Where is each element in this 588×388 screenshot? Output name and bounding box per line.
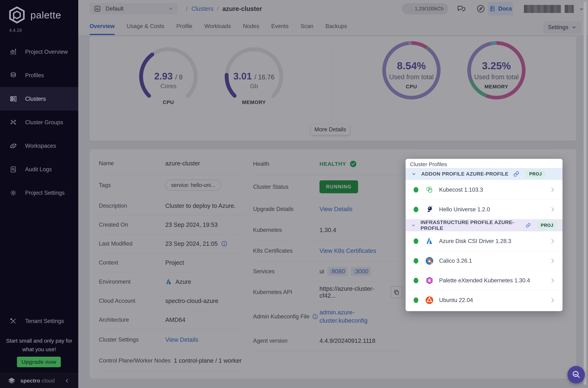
sidebar-item-project-overview[interactable]: Project Overview	[0, 40, 78, 64]
brand-light: cloud	[42, 378, 55, 384]
sidebar-item-label: Project Overview	[25, 49, 68, 55]
spectro-cloud-logo-icon	[7, 377, 16, 385]
sidebar-item-cluster-groups[interactable]: Cluster Groups	[0, 111, 78, 134]
sidebar-item-label: Tenant Settings	[25, 318, 64, 324]
ubuntu-icon	[425, 296, 434, 304]
audit-doc-icon	[9, 166, 17, 173]
chevron-right-icon	[549, 277, 556, 284]
sidebar-item-label: Workspaces	[25, 143, 56, 149]
chevron-down-icon	[411, 223, 416, 228]
spectro-cloud-brand: spectro cloud	[20, 378, 55, 384]
profile-item-name: Ubuntu 22.04	[439, 297, 473, 303]
status-dot	[414, 278, 418, 283]
azure-icon	[425, 237, 434, 245]
sidebar-footer: spectro cloud	[0, 373, 78, 388]
chevron-right-icon	[549, 206, 556, 213]
sidebar-item-workspaces[interactable]: Workspaces	[0, 134, 78, 158]
orbit-icon	[9, 142, 17, 150]
link-icon[interactable]	[525, 222, 531, 228]
sidebar-item-clusters[interactable]: Clusters	[0, 87, 78, 111]
upgrade-promo-text: Start small and only pay for what you us…	[4, 337, 75, 354]
section-header-label: INFRASTRUCTURE PROFILE AZURE-PROFILE	[421, 219, 521, 231]
profile-item-name: Kubecost 1.103.3	[439, 187, 483, 193]
status-dot	[414, 258, 418, 264]
collapse-sidebar-icon[interactable]	[64, 378, 70, 384]
popover-title: Cluster Profiles	[406, 159, 563, 168]
profile-item-azure-disk-csi[interactable]: Azure Disk CSI Driver 1.28.3	[406, 231, 563, 251]
sidebar-item-label: Project Settings	[25, 190, 65, 196]
chevron-down-icon	[411, 171, 416, 177]
scope-badge: PROJ	[537, 221, 557, 229]
palette-logo-icon	[8, 6, 26, 24]
infrastructure-profile-section-header[interactable]: INFRASTRUCTURE PROFILE AZURE-PROFILE PRO…	[406, 219, 563, 231]
help-search-fab[interactable]	[567, 366, 585, 384]
sidebar-item-label: Clusters	[25, 96, 46, 102]
status-dot	[414, 239, 418, 244]
chevron-right-icon	[549, 238, 556, 245]
sidebar-tenant-settings-wrap: Tenant Settings	[0, 309, 78, 333]
hello-universe-icon	[425, 205, 434, 214]
server-icon	[9, 95, 17, 103]
palette-logo: palette	[8, 6, 61, 24]
bar-chart-icon	[9, 48, 17, 56]
profile-item-palette-extended-kubernetes[interactable]: Palette eXtended Kubernetes 1.30.4	[406, 271, 563, 290]
sidebar-item-label: Profiles	[25, 72, 44, 79]
sidebar-item-label: Audit Logs	[25, 166, 52, 173]
status-dot	[414, 297, 418, 303]
chevron-right-icon	[549, 186, 556, 193]
chevron-right-icon	[549, 257, 556, 264]
section-header-label: ADDON PROFILE AZURE-PROFILE	[421, 171, 508, 177]
scope-badge: PROJ	[525, 170, 545, 178]
sidebar: palette 4.4.19 Project Overview Profiles…	[0, 0, 78, 388]
status-dot	[414, 207, 418, 212]
sidebar-item-audit-logs[interactable]: Audit Logs	[0, 158, 78, 181]
sidebar-menu: Project Overview Profiles Clusters Clust…	[0, 40, 78, 205]
profile-item-calico[interactable]: Calico 3.26.1	[406, 251, 563, 271]
profile-item-name: Palette eXtended Kubernetes 1.30.4	[439, 277, 530, 284]
layers-icon	[9, 72, 17, 79]
status-dot	[414, 187, 418, 193]
vertical-scrollbar[interactable]	[584, 1, 586, 385]
gear-icon	[9, 189, 17, 197]
cluster-profiles-popover: Cluster Profiles ADDON PROFILE AZURE-PRO…	[406, 159, 563, 311]
pxk-icon	[425, 276, 434, 285]
brand-bold: spectro	[20, 378, 40, 384]
link-icon[interactable]	[513, 171, 519, 177]
sidebar-item-tenant-settings[interactable]: Tenant Settings	[0, 309, 78, 333]
search-smile-icon	[571, 369, 581, 380]
profile-item-name: Azure Disk CSI Driver 1.28.3	[439, 238, 511, 244]
addon-profile-section-header[interactable]: ADDON PROFILE AZURE-PROFILE PROJ	[406, 168, 563, 180]
kubecost-icon	[425, 186, 434, 194]
sidebar-item-label: Cluster Groups	[25, 119, 63, 126]
profile-item-name: Calico 3.26.1	[439, 258, 472, 264]
profile-item-name: Hello Universe 1.2.0	[439, 206, 490, 213]
profile-item-ubuntu[interactable]: Ubuntu 22.04	[406, 290, 563, 310]
app-version: 4.4.19	[9, 28, 22, 33]
logo-text: palette	[30, 9, 61, 21]
profile-item-hello-universe[interactable]: Hello Universe 1.2.0	[406, 200, 563, 219]
network-icon	[9, 119, 17, 126]
palette-cluster-overview: { "colors": { "sidebar_bg": "#0c0a1a", "…	[0, 0, 588, 388]
tools-icon	[9, 317, 17, 325]
sidebar-item-profiles[interactable]: Profiles	[0, 64, 78, 87]
profile-item-kubecost[interactable]: Kubecost 1.103.3	[406, 180, 563, 200]
calico-icon	[425, 257, 434, 265]
chevron-right-icon	[549, 297, 556, 304]
upgrade-now-button[interactable]: Upgrade now	[17, 357, 61, 367]
sidebar-item-project-settings[interactable]: Project Settings	[0, 181, 78, 205]
